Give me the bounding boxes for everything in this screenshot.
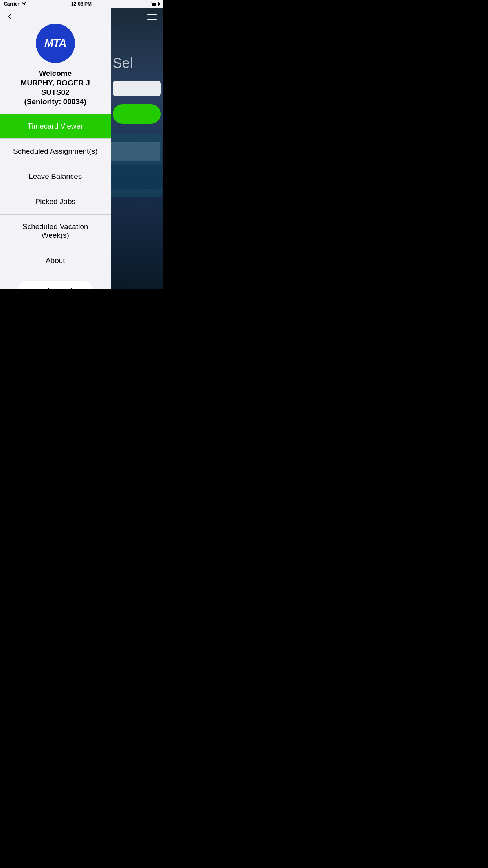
logout-label: Logout xyxy=(47,286,72,289)
main-screen: MTA Welcome MURPHY, ROGER J SUTS02 (Seni… xyxy=(0,8,163,289)
wifi-icon xyxy=(21,1,27,7)
partial-input-box xyxy=(113,81,161,96)
bus-window-area xyxy=(111,142,160,161)
status-left: Carrier xyxy=(4,1,27,7)
status-bar: Carrier 12:08 PM xyxy=(0,0,163,8)
status-right xyxy=(151,2,159,6)
carrier-label: Carrier xyxy=(4,1,19,7)
mta-logo: MTA xyxy=(36,24,75,63)
back-button[interactable] xyxy=(6,13,14,23)
menu-line-3 xyxy=(147,19,157,20)
user-seniority: (Seniority: 00034) xyxy=(24,97,86,106)
sidebar: MTA Welcome MURPHY, ROGER J SUTS02 (Seni… xyxy=(0,8,111,289)
partial-green-button xyxy=(113,104,161,124)
user-code: SUTS02 xyxy=(41,88,70,97)
menu-item-timecard-viewer[interactable]: Timecard Viewer xyxy=(0,114,111,139)
battery-icon xyxy=(151,2,159,6)
main-content: Sel xyxy=(111,8,163,289)
menu-item-scheduled-assignments[interactable]: Scheduled Assignment(s) xyxy=(0,139,111,164)
menu-item-scheduled-vacation-weeks[interactable]: Scheduled Vacation Week(s) xyxy=(0,215,111,248)
main-background: Sel xyxy=(111,8,163,289)
bus-lower xyxy=(111,165,162,189)
menu-line-1 xyxy=(147,14,157,15)
menu-item-picked-jobs[interactable]: Picked Jobs xyxy=(0,189,111,214)
partial-text: Sel xyxy=(113,55,133,72)
logout-icon: ⇥ xyxy=(38,286,44,289)
logout-section: ⇥ Logout xyxy=(0,273,111,289)
menu-line-2 xyxy=(147,17,157,17)
logout-button[interactable]: ⇥ Logout xyxy=(17,281,93,289)
mta-logo-text: MTA xyxy=(44,38,66,49)
menu-item-leave-balances[interactable]: Leave Balances xyxy=(0,164,111,189)
user-name: MURPHY, ROGER J xyxy=(21,79,90,87)
menu-item-about[interactable]: About xyxy=(0,248,111,273)
menu-list: Timecard ViewerScheduled Assignment(s)Le… xyxy=(0,114,111,273)
welcome-text: Welcome xyxy=(39,69,72,78)
user-header: MTA Welcome MURPHY, ROGER J SUTS02 (Seni… xyxy=(0,8,111,114)
status-time: 12:08 PM xyxy=(71,1,92,7)
hamburger-menu[interactable] xyxy=(147,14,157,20)
